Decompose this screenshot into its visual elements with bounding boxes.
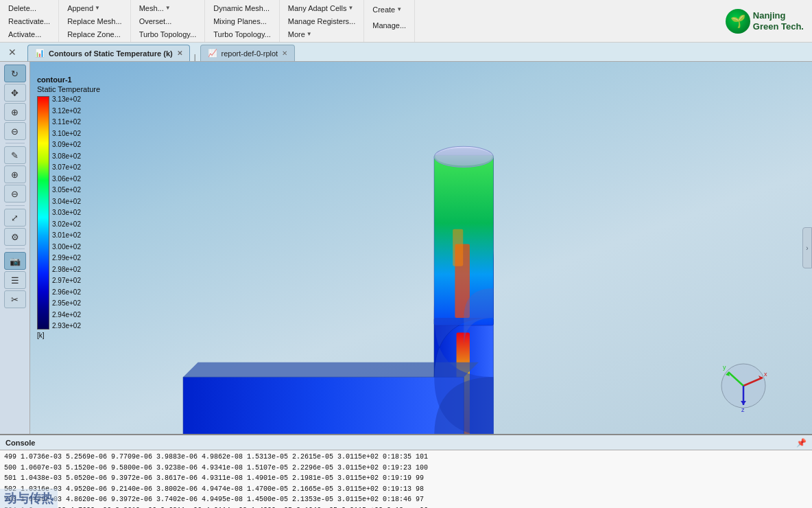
menu-activate[interactable]: Activate...: [3, 29, 56, 40]
separator-2: [5, 205, 25, 206]
menu-bar: Delete... Reactivate... Activate... Appe…: [0, 0, 812, 43]
menu-overset[interactable]: Overset...: [134, 16, 202, 27]
menu-mixing-planes[interactable]: Mixing Planes...: [208, 16, 276, 27]
menu-col-6: Create Manage...: [364, 0, 415, 42]
legend-value: 3.10e+02: [52, 130, 81, 137]
menu-delete[interactable]: Delete...: [3, 3, 56, 14]
left-toolbar: ↻ ✥ ⊕ ⊖ ✎ ⊕ ⊖ ⤢ ⚙ 📷 ☰ ✂: [0, 62, 30, 434]
tab-report-icon: 📈: [208, 49, 217, 58]
legend-title: contour-1: [37, 76, 100, 84]
logo-area: 🌱 Nanjing Green Tech.: [717, 0, 812, 42]
legend-value: 3.05e+02: [52, 187, 81, 194]
tab-report-close[interactable]: ✕: [282, 49, 287, 57]
legend-value: 2.96e+02: [52, 289, 81, 296]
legend-value: 3.04e+02: [52, 198, 81, 205]
menu-dynamic-mesh[interactable]: Dynamic Mesh...: [208, 3, 276, 14]
tab-temperature-icon: 📊: [35, 49, 45, 58]
menu-col-4: Dynamic Mesh... Mixing Planes... Turbo T…: [205, 0, 280, 42]
separator-3: [5, 249, 25, 249]
legend-color-bar: [37, 96, 49, 330]
tab-temperature[interactable]: 📊 Contours of Static Temperature (k) ✕: [27, 45, 190, 61]
pan-view-button[interactable]: ✥: [4, 84, 26, 102]
settings-button[interactable]: ⚙: [4, 228, 26, 246]
menu-many-adapt[interactable]: Many Adapt Cells: [283, 3, 361, 14]
legend-scale: 3.13e+023.12e+023.11e+023.10e+023.09e+02…: [37, 96, 100, 330]
menu-empty: [367, 36, 411, 38]
legend-value: 3.00e+02: [52, 244, 81, 251]
pipe-svg: [167, 96, 716, 434]
svg-text:y: y: [723, 364, 726, 371]
bottom-watermark: 动与传热: [0, 489, 58, 508]
legend-value: 2.99e+02: [52, 255, 81, 262]
menu-manage[interactable]: Manage...: [367, 20, 411, 31]
legend-subtitle: Static Temperature: [37, 85, 100, 93]
console-row: 500 1.0607e-03 5.1520e-06 9.5800e-06 3.9…: [4, 463, 808, 474]
viewport-area: ↻ ✥ ⊕ ⊖ ✎ ⊕ ⊖ ⤢ ⚙ 📷 ☰ ✂ contour-1 Static…: [0, 62, 812, 434]
clip-button[interactable]: ✂: [4, 290, 26, 308]
svg-point-7: [435, 148, 492, 165]
console-row: 502 1.0316e-03 4.9520e-06 9.2140e-06 3.8…: [4, 484, 808, 495]
tab-report[interactable]: 📈 report-def-0-rplot ✕: [200, 45, 296, 61]
legend-value: 3.12e+02: [52, 108, 81, 115]
rotate-view-button[interactable]: ↻: [4, 65, 26, 82]
menu-more[interactable]: More: [283, 29, 361, 40]
logo-text: Nanjing Green Tech.: [753, 10, 804, 32]
console-row: 504 1.0xxx e-03 4.7622e-06 8.8619e-06 3.…: [4, 505, 808, 509]
legend-value: 2.97e+02: [52, 277, 81, 284]
legend-value: 3.02e+02: [52, 221, 81, 228]
legend-labels: 3.13e+023.12e+023.11e+023.10e+023.09e+02…: [49, 96, 81, 330]
separator-1: [5, 143, 25, 143]
console-row: 501 1.0438e-03 5.0520e-06 9.3972e-06 3.8…: [4, 473, 808, 484]
reset-view-button[interactable]: ⤢: [4, 209, 26, 227]
camera-button[interactable]: 📷: [4, 252, 26, 270]
menu-turbo-topology[interactable]: Turbo Topology...: [134, 29, 202, 40]
zoom-fit-button[interactable]: ⊖: [4, 185, 26, 203]
legend-value: 2.94e+02: [52, 312, 81, 319]
legend-value: 3.01e+02: [52, 232, 81, 239]
legend-value: 3.11e+02: [52, 119, 81, 126]
axis-indicator: x y z: [716, 358, 771, 413]
menu-replace-zone[interactable]: Replace Zone...: [62, 29, 127, 40]
legend-value: 2.95e+02: [52, 300, 81, 307]
annotate-button[interactable]: ✎: [4, 146, 26, 164]
menu-mesh[interactable]: Mesh...: [134, 3, 202, 14]
menu-reactivate[interactable]: Reactivate...: [3, 16, 56, 27]
close-panel-button[interactable]: ✕: [8, 47, 16, 58]
legend-value: 3.13e+02: [52, 96, 81, 103]
extra-menu-button[interactable]: ☰: [4, 271, 26, 289]
pipe-3d-container: [167, 96, 716, 434]
zoom-box-button[interactable]: ⊕: [4, 165, 26, 183]
svg-rect-5: [453, 229, 463, 266]
svg-text:x: x: [764, 371, 767, 378]
legend-value: 3.08e+02: [52, 153, 81, 160]
legend-value: 2.93e+02: [52, 323, 81, 330]
cfd-viewport[interactable]: contour-1 Static Temperature 3.13e+023.1…: [30, 62, 812, 434]
menu-append[interactable]: Append: [62, 3, 127, 14]
collapse-panel-button[interactable]: ›: [802, 227, 812, 268]
legend-value: 3.03e+02: [52, 209, 81, 216]
logo-icon: 🌱: [726, 9, 750, 34]
menu-manage-registers[interactable]: Manage Registers...: [283, 16, 361, 27]
menu-col-1: Delete... Reactivate... Activate...: [0, 0, 59, 42]
legend-unit: [k]: [37, 332, 100, 339]
menu-replace-mesh[interactable]: Replace Mesh...: [62, 16, 127, 27]
console-area: Console 📌 499 1.0736e-03 5.2569e-06 9.77…: [0, 434, 812, 508]
zoom-out-button[interactable]: ⊖: [4, 122, 26, 140]
tab-temperature-label: Contours of Static Temperature (k): [49, 49, 173, 58]
console-row: 499 1.0736e-03 5.2569e-06 9.7709e-06 3.9…: [4, 452, 808, 463]
menu-turbo-topology2[interactable]: Turbo Topology...: [208, 29, 276, 40]
menu-create[interactable]: Create: [367, 4, 411, 15]
svg-text:z: z: [741, 406, 745, 413]
console-row: 503 1.0438e-03 4.8620e-06 9.3972e-06 3.7…: [4, 494, 808, 505]
menu-col-5: Many Adapt Cells Manage Registers... Mor…: [280, 0, 364, 42]
zoom-in-button[interactable]: ⊕: [4, 103, 26, 121]
tab-temperature-close[interactable]: ✕: [177, 49, 182, 57]
console-body[interactable]: 499 1.0736e-03 5.2569e-06 9.7709e-06 3.9…: [0, 450, 812, 508]
console-title: Console: [5, 439, 35, 447]
tab-bar: ✕ 📊 Contours of Static Temperature (k) ✕…: [0, 43, 812, 62]
legend-value: 3.07e+02: [52, 164, 81, 171]
main-area: ✕ 📊 Contours of Static Temperature (k) ✕…: [0, 43, 812, 508]
console-pin-button[interactable]: 📌: [796, 438, 807, 448]
legend-value: 2.98e+02: [52, 266, 81, 273]
console-header: Console 📌: [0, 435, 812, 450]
